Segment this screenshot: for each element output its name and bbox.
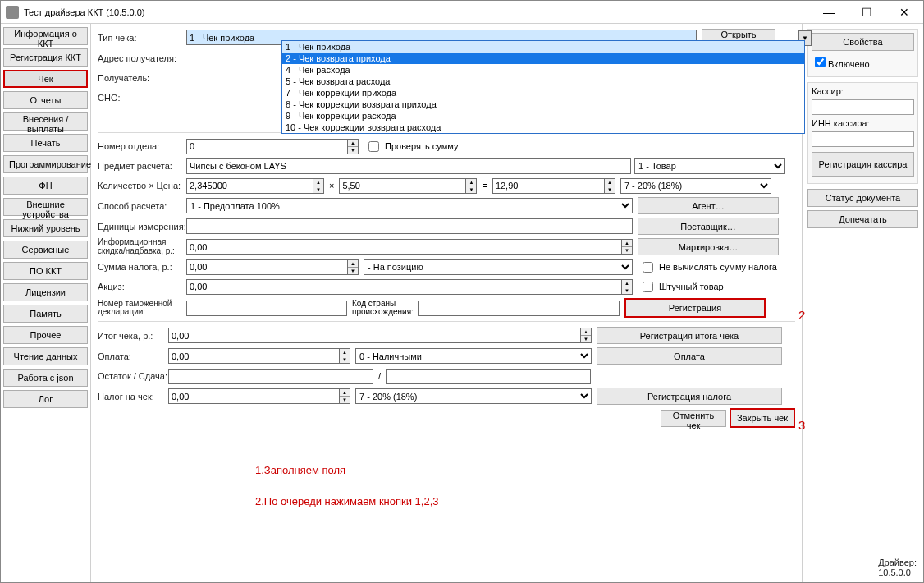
total-spinner[interactable]: ▲▼ xyxy=(580,328,592,343)
dept-spinner[interactable]: ▲▼ xyxy=(347,139,359,154)
tax-on-check-spinner[interactable]: ▲▼ xyxy=(339,388,350,404)
sidebar-item-pokkt[interactable]: ПО ККТ xyxy=(3,262,88,280)
sidebar-item-print[interactable]: Печать xyxy=(3,134,88,152)
excise-input[interactable] xyxy=(186,279,621,295)
minimize-button[interactable]: — xyxy=(810,1,848,23)
qty-input[interactable] xyxy=(186,178,313,194)
times-symbol: × xyxy=(329,181,334,191)
dept-input[interactable] xyxy=(186,139,347,154)
cancel-check-button[interactable]: Отменить чек xyxy=(661,410,726,427)
label-tax-sum: Сумма налога, р.: xyxy=(98,262,186,272)
supplier-button[interactable]: Поставщик… xyxy=(638,218,779,235)
info-discount-spinner[interactable]: ▲▼ xyxy=(621,239,633,255)
sum-spinner[interactable]: ▲▼ xyxy=(604,178,615,194)
origin-code-input[interactable] xyxy=(418,301,620,316)
reprint-button[interactable]: Допечатать xyxy=(807,210,918,228)
sidebar-item-licenses[interactable]: Лицензии xyxy=(3,283,88,301)
marking-button[interactable]: Маркировка… xyxy=(638,238,779,255)
tax-rate-select[interactable]: 7 - 20% (18%) xyxy=(620,178,771,194)
registration-button[interactable]: Регистрация xyxy=(624,298,766,318)
subject-input[interactable] xyxy=(186,158,631,174)
sidebar-item-deposits[interactable]: Внесения / выплаты xyxy=(3,112,88,131)
dropdown-item[interactable]: 5 - Чек возврата расхода xyxy=(282,76,804,87)
cashier-inn-input[interactable] xyxy=(812,131,914,147)
sidebar-item-programming[interactable]: Программирование xyxy=(3,155,88,173)
equals-symbol: = xyxy=(482,181,487,191)
payment-spinner[interactable]: ▲▼ xyxy=(339,348,350,364)
label-addr: Адрес получателя: xyxy=(98,53,186,63)
sidebar-item-lowlevel[interactable]: Нижний уровень xyxy=(3,219,88,237)
label-qty-price: Количество × Цена: xyxy=(98,181,186,191)
app-icon xyxy=(6,6,19,19)
enabled-checkbox[interactable] xyxy=(815,57,826,67)
subject-type-select[interactable]: 1 - Товар xyxy=(634,158,785,174)
dropdown-item[interactable]: 2 - Чек возврата прихода xyxy=(282,53,804,64)
properties-button[interactable]: Свойства xyxy=(812,33,914,51)
sidebar-item-memory[interactable]: Память xyxy=(3,305,88,323)
driver-version: Драйвер: 10.5.0.0 xyxy=(878,558,917,577)
dropdown-item[interactable]: 8 - Чек коррекции возврата прихода xyxy=(282,99,804,110)
sidebar-item-info[interactable]: Информация о ККТ xyxy=(3,27,88,45)
label-info-discount: Информационная скидка/надбавка, р.: xyxy=(98,238,186,255)
label-remainder: Остаток / Сдача: xyxy=(98,371,168,381)
sidebar-item-log[interactable]: Лог xyxy=(3,390,88,408)
no-calc-tax-checkbox[interactable] xyxy=(643,262,653,273)
sidebar-item-registration[interactable]: Регистрация ККТ xyxy=(3,48,88,67)
tax-sum-spinner[interactable]: ▲▼ xyxy=(347,259,359,275)
label-origin-code: Код страны происхождения: xyxy=(352,300,418,317)
annotation-num-3: 3 xyxy=(798,418,805,432)
paymethod-select[interactable]: 1 - Предоплата 100% xyxy=(186,198,633,213)
close-check-button[interactable]: Закрыть чек xyxy=(730,408,795,428)
piece-goods-checkbox[interactable] xyxy=(643,282,653,292)
remainder-input[interactable] xyxy=(168,369,373,384)
customs-decl-input[interactable] xyxy=(186,301,347,316)
sidebar-item-json[interactable]: Работа с json xyxy=(3,369,88,387)
doc-status-button[interactable]: Статус документа xyxy=(807,189,918,207)
price-spinner[interactable]: ▲▼ xyxy=(465,178,477,194)
tax-on-check-rate-select[interactable]: 7 - 20% (18%) xyxy=(355,388,592,404)
sum-input[interactable] xyxy=(492,178,604,194)
payment-input[interactable] xyxy=(168,348,339,364)
reg-cashier-button[interactable]: Регистрация кассира xyxy=(812,152,914,177)
label-subject: Предмет расчета: xyxy=(98,161,186,171)
sidebar-item-other[interactable]: Прочее xyxy=(3,326,88,344)
maximize-button[interactable]: ☐ xyxy=(848,1,885,23)
tax-pos-select[interactable]: - На позицию xyxy=(364,259,633,275)
reg-tax-button[interactable]: Регистрация налога xyxy=(597,388,782,405)
payment-button[interactable]: Оплата xyxy=(597,347,782,365)
tax-sum-input[interactable] xyxy=(186,259,347,275)
change-input[interactable] xyxy=(386,369,591,384)
piece-goods-label: Штучный товар xyxy=(659,282,724,292)
sidebar-item-readdata[interactable]: Чтение данных xyxy=(3,347,88,365)
check-sum-checkbox[interactable] xyxy=(368,141,379,152)
info-discount-input[interactable] xyxy=(186,239,621,255)
no-calc-tax-label: Не вычислять сумму налога xyxy=(659,262,777,272)
agent-button[interactable]: Агент… xyxy=(638,197,779,214)
enabled-label: Включено xyxy=(828,59,870,69)
label-payment: Оплата: xyxy=(98,351,168,361)
qty-spinner[interactable]: ▲▼ xyxy=(313,178,324,194)
sidebar-item-reports[interactable]: Отчеты xyxy=(3,91,88,109)
dropdown-item[interactable]: 1 - Чек прихода xyxy=(282,41,804,53)
cashier-input[interactable] xyxy=(812,99,914,115)
dropdown-item[interactable]: 10 - Чек коррекции возврата расхода xyxy=(282,122,804,133)
sidebar-item-service[interactable]: Сервисные xyxy=(3,241,88,259)
dropdown-item[interactable]: 4 - Чек расхода xyxy=(282,64,804,76)
reg-total-button[interactable]: Регистрация итога чека xyxy=(597,327,782,344)
label-total: Итог чека, р.: xyxy=(98,331,168,341)
sidebar-item-check[interactable]: Чек xyxy=(3,70,88,88)
sidebar-item-fn[interactable]: ФН xyxy=(3,177,88,195)
check-type-dropdown[interactable]: 1 - Чек прихода 2 - Чек возврата прихода… xyxy=(281,40,805,134)
units-input[interactable] xyxy=(186,218,633,234)
price-input[interactable] xyxy=(339,178,465,194)
payment-type-select[interactable]: 0 - Наличными xyxy=(355,348,592,364)
left-sidebar: Информация о ККТ Регистрация ККТ Чек Отч… xyxy=(1,24,91,582)
sidebar-item-external[interactable]: Внешние устройства xyxy=(3,198,88,216)
excise-spinner[interactable]: ▲▼ xyxy=(621,279,633,295)
total-input[interactable] xyxy=(168,328,580,343)
dropdown-item[interactable]: 9 - Чек коррекции расхода xyxy=(282,110,804,122)
close-button[interactable]: ✕ xyxy=(885,1,923,23)
tax-on-check-input[interactable] xyxy=(168,388,339,404)
right-sidebar: Свойства Включено Кассир: ИНН кассира: Р… xyxy=(802,24,923,582)
dropdown-item[interactable]: 7 - Чек коррекции прихода xyxy=(282,87,804,99)
